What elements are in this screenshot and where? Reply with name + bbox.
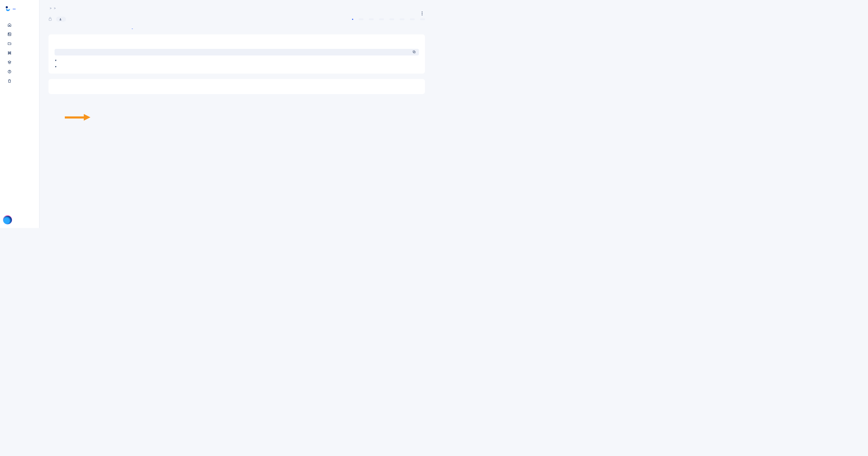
brand-logo[interactable]: [0, 0, 39, 16]
svg-rect-12: [49, 19, 52, 21]
svg-point-6: [10, 54, 11, 54]
tab-deploy[interactable]: [132, 26, 133, 29]
sidebar-nav: [0, 16, 39, 90]
integrations-icon: [7, 60, 11, 64]
sidebar-item-trash[interactable]: [0, 76, 39, 86]
meta-val: [400, 19, 404, 20]
svg-point-4: [8, 54, 9, 54]
person-icon: [59, 18, 62, 21]
meta-val: [390, 19, 394, 20]
main-content: > >: [39, 0, 434, 228]
home-icon: [7, 23, 11, 27]
svg-point-11: [422, 15, 423, 16]
sidebar-item-home[interactable]: [0, 20, 39, 30]
svg-rect-15: [413, 51, 415, 53]
meta-val: [359, 19, 364, 20]
models-icon: [7, 51, 11, 55]
avatar: [3, 215, 12, 224]
svg-point-13: [60, 19, 61, 19]
sidebar-item-models[interactable]: [0, 48, 39, 58]
projects-icon: [7, 41, 11, 46]
export-card: [49, 79, 425, 94]
tabs: [49, 26, 425, 29]
example-response-toggle[interactable]: ▼: [55, 65, 419, 68]
lock-icon: [49, 17, 52, 21]
status-dot: [352, 19, 353, 20]
caret-down-icon: ▼: [55, 65, 57, 68]
svg-point-5: [10, 52, 11, 52]
sidebar-item-integrations[interactable]: [0, 58, 39, 67]
copy-button[interactable]: [412, 50, 416, 54]
more-menu-button[interactable]: [422, 11, 423, 16]
meta-val: [369, 19, 374, 20]
copy-icon: [412, 50, 416, 54]
tab-charts[interactable]: [81, 26, 82, 29]
trash-icon: [7, 79, 11, 83]
inference-api-card: ▼ ▼: [49, 34, 425, 74]
api-url-box: [55, 49, 419, 56]
support-icon: [7, 70, 11, 74]
sidebar-user[interactable]: [3, 215, 15, 224]
svg-point-0: [6, 6, 8, 8]
sidebar-item-support[interactable]: [0, 67, 39, 76]
sidebar-item-projects[interactable]: [0, 39, 39, 48]
sidebar: [0, 0, 39, 228]
caret-down-icon: ▼: [55, 59, 57, 62]
tab-train[interactable]: [56, 26, 57, 29]
meta-val: [410, 19, 415, 20]
svg-point-2: [8, 33, 9, 34]
dots-vertical-icon: [422, 11, 423, 16]
svg-point-3: [8, 52, 9, 52]
svg-point-10: [422, 13, 423, 14]
svg-rect-14: [413, 51, 415, 53]
beta-badge: [13, 9, 16, 9]
ultralytics-logo-icon: [5, 6, 10, 11]
model-meta-row: [49, 17, 425, 22]
tab-preview[interactable]: [106, 26, 107, 29]
breadcrumb: > >: [49, 7, 425, 10]
example-request-toggle[interactable]: ▼: [55, 59, 419, 62]
sidebar-item-datasets[interactable]: [0, 30, 39, 39]
svg-point-9: [422, 11, 423, 12]
owner-pill[interactable]: [56, 17, 66, 22]
meta-val: [420, 19, 425, 20]
meta-val: [379, 19, 384, 20]
datasets-icon: [7, 32, 11, 36]
